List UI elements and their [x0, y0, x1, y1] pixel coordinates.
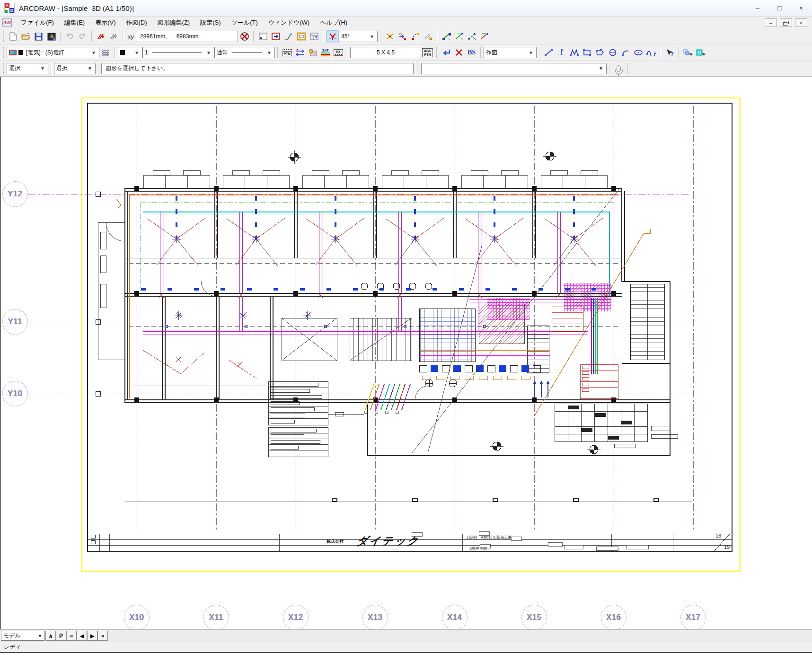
prev-tab-button[interactable]: ◀ [77, 631, 87, 641]
layer-combo[interactable]: [電気] : (S)電灯 ▼ [7, 47, 99, 58]
menu-edit[interactable]: 編集(E) [59, 17, 90, 28]
ex-pattern-icon[interactable]: EX [332, 46, 344, 59]
draw-arc-icon[interactable] [619, 46, 632, 59]
sxf-settings-icon[interactable]: SXF [319, 46, 332, 59]
status-message: レディ [4, 643, 21, 651]
separator [347, 47, 348, 58]
draw-polyline-icon[interactable] [568, 46, 581, 59]
image-settings-icon[interactable] [306, 46, 319, 59]
menu-help[interactable]: ヘルプ(H) [315, 17, 353, 28]
menu-view[interactable]: 表示(V) [90, 17, 121, 28]
grid-bubble-y11: Y11 [2, 309, 28, 335]
draw-circle-icon[interactable] [606, 46, 619, 59]
line-pattern-icon[interactable]: PTN [281, 46, 293, 59]
layer-color-swatch [9, 50, 17, 55]
menu-draw[interactable]: 作図(D) [121, 17, 152, 28]
angle-combo[interactable]: 45°▼ [339, 31, 378, 42]
window-pan-icon[interactable] [269, 30, 282, 43]
last-tab-button[interactable]: » [97, 631, 108, 641]
window-layout-icon[interactable] [308, 30, 320, 43]
draw-line-icon[interactable] [542, 46, 555, 59]
pitch-arrows-icon[interactable] [293, 46, 306, 59]
jump-forward-icon[interactable] [107, 30, 120, 43]
line-width-preview [152, 53, 202, 53]
stretch-line-icon[interactable] [466, 30, 478, 43]
window-origin-icon[interactable] [256, 30, 269, 43]
snap-toggle-icon[interactable] [326, 30, 339, 43]
expand-tabs-button[interactable]: ∧ [45, 631, 56, 641]
select-mode-value-2: 選択 [56, 64, 68, 72]
line-width-combo[interactable]: 1 ▼ [142, 47, 214, 58]
line-type-combo[interactable]: 通常 ▼ [214, 47, 275, 58]
enter-icon[interactable] [440, 46, 452, 59]
first-tab-button[interactable]: « [66, 631, 77, 641]
paper-mode-button[interactable]: P [56, 631, 66, 641]
mdi-minimize-button[interactable]: – [765, 18, 777, 27]
snap-cross-icon[interactable] [383, 30, 396, 43]
undo-button[interactable] [63, 30, 76, 43]
mdi-close-button[interactable]: × [795, 18, 807, 27]
text-size-field[interactable]: 5 X 4.5 [350, 47, 421, 58]
text-pattern-icon[interactable]: ABC PTN [421, 46, 434, 59]
draw-spline-icon[interactable] [644, 46, 657, 59]
mdi-restore-button[interactable] [780, 18, 792, 27]
menu-window[interactable]: ウィンドウ(W) [263, 17, 315, 28]
color-combo[interactable]: ▼ [118, 47, 142, 58]
draw-polygon-icon[interactable] [593, 46, 606, 59]
grid-select-icon[interactable]: G [694, 46, 707, 59]
delete-icon[interactable] [452, 46, 465, 59]
company-prefix: 株式会社 [327, 538, 344, 545]
separator [253, 31, 254, 42]
zoom-extent-icon[interactable] [295, 30, 308, 43]
save-button[interactable] [32, 30, 45, 43]
group-select-icon[interactable] [681, 46, 694, 59]
layers-icon[interactable] [99, 46, 112, 59]
rainbow-risers [363, 384, 410, 413]
snap-offset-icon[interactable] [396, 30, 409, 43]
draw-rectangle-icon[interactable] [581, 46, 593, 59]
select-mode-combo-1[interactable]: 選択▼ [7, 63, 48, 74]
separator [323, 31, 324, 42]
close-button[interactable]: × [790, 0, 812, 17]
mode-combo[interactable]: 作図▼ [484, 47, 537, 58]
prompt-message-field[interactable]: 図形を選択して下さい。 [101, 63, 414, 74]
grid-bubble-x10: X10 [124, 605, 150, 629]
clear-coordinate-icon[interactable] [238, 30, 251, 43]
angle-line-icon[interactable] [478, 30, 491, 43]
menu-shape-edit[interactable]: 図形編集(Z) [152, 17, 195, 28]
select-help-icon[interactable]: ? [663, 46, 676, 59]
brush-tool-icon[interactable] [282, 30, 295, 43]
next-tab-button[interactable]: ▶ [87, 631, 97, 641]
move-line-icon[interactable] [440, 30, 453, 43]
pen-direction-icon[interactable] [422, 30, 434, 43]
vent-green-line [141, 203, 616, 291]
maximize-button[interactable]: □ [768, 0, 790, 17]
minimize-button[interactable]: – [747, 0, 768, 17]
open-file-button[interactable] [19, 30, 32, 43]
angle-value: 45° [341, 33, 350, 40]
menu-file[interactable]: ファイル(F) [16, 17, 59, 28]
redo-button[interactable] [76, 30, 89, 43]
menu-tools[interactable]: ツール(T) [226, 17, 263, 28]
coordinate-readout[interactable]: 28961mm, 6983mm [136, 31, 238, 42]
microphone-icon[interactable] [612, 62, 625, 75]
rotate-line-icon[interactable] [453, 30, 466, 43]
select-mode-combo-2[interactable]: 選択▼ [54, 63, 96, 74]
draw-perpendicular-icon[interactable] [555, 46, 568, 59]
jump-back-icon[interactable] [95, 30, 107, 43]
command-history-combo[interactable]: ▼ [421, 63, 607, 74]
save-up-button[interactable]: S [45, 30, 58, 43]
separator [480, 47, 481, 58]
new-file-button[interactable] [7, 30, 19, 43]
model-space-combo[interactable]: モデル ▼ [1, 631, 44, 641]
grid-bubble-x16: X16 [601, 605, 627, 629]
draw-ellipse-icon[interactable] [632, 46, 644, 59]
arc-measure-icon[interactable] [409, 30, 422, 43]
svg-text:G: G [697, 50, 701, 55]
menu-settings[interactable]: 設定(S) [195, 17, 226, 28]
sheet-tab-bar: モデル ▼ ∧ P « ◀ ▶ » ベース 図枠 建築図 電気 ダクト 空調配管… [0, 629, 812, 642]
toolbar-grip [3, 63, 5, 74]
backspace-button[interactable]: BS [465, 46, 478, 59]
drawing-canvas[interactable]: Y12 Y11 Y10 X10 X11 X12 X13 X14 X15 X16 … [0, 77, 812, 629]
separator [60, 31, 61, 42]
